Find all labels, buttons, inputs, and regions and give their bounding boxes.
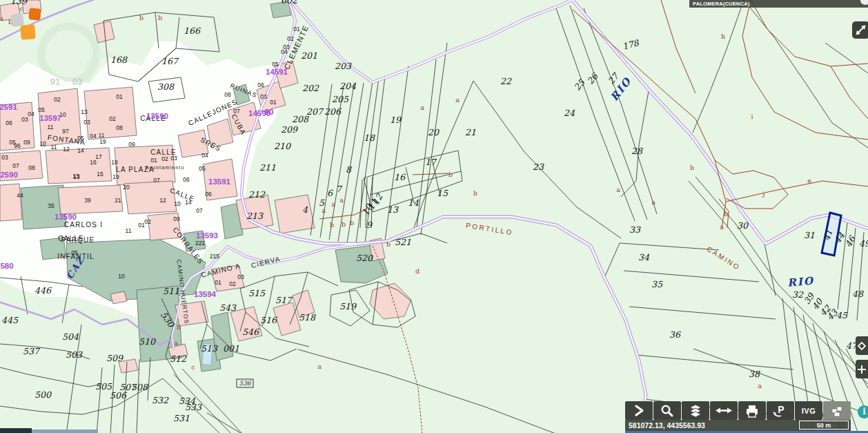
svg-text:j: j [762,190,765,198]
side-panel-button-bottom[interactable] [856,360,868,378]
svg-text:a: a [0,15,3,22]
svg-text:a: a [651,198,655,206]
svg-text:Ayuntamiento: Ayuntamiento [145,165,184,171]
svg-text:11: 11 [51,144,57,151]
info-label: i [862,407,866,416]
svg-text:213: 213 [246,211,264,221]
svg-text:a: a [758,382,762,389]
svg-text:04: 04 [28,110,34,117]
svg-text:34: 34 [638,252,650,262]
svg-text:520: 520 [356,253,373,263]
svg-text:14: 14 [77,147,84,154]
svg-text:08: 08 [28,164,35,171]
logo-square-orange [28,8,41,20]
expand-tools-button[interactable] [625,401,653,420]
svg-text:P: P [778,404,784,415]
svg-text:39: 39 [84,197,91,204]
svg-text:11: 11 [48,124,54,131]
svg-text:513: 513 [201,343,218,354]
svg-text:d: d [415,267,420,275]
svg-text:03: 03 [83,119,90,126]
horizontal-arrow-icon [710,401,738,420]
svg-text:06: 06 [6,119,12,126]
svg-text:b: b [350,219,354,227]
svg-text:203: 203 [335,61,352,71]
svg-text:206: 206 [324,106,342,117]
svg-text:209: 209 [281,124,298,135]
logo-square-amber [20,24,35,39]
svg-text:13597: 13597 [39,114,61,122]
svg-text:a: a [720,223,724,231]
svg-text:a: a [616,186,620,193]
svg-text:b: b [139,14,144,21]
svg-text:03: 03 [1,154,8,161]
svg-text:20: 20 [428,127,440,137]
svg-text:166: 166 [184,26,201,36]
point-info-button[interactable]: P [767,401,794,420]
svg-text:91: 91 [50,77,60,87]
measure-button[interactable] [710,401,738,420]
svg-text:07: 07 [196,207,203,214]
svg-text:205: 205 [332,94,349,104]
svg-text:02: 02 [161,155,168,162]
svg-text:09: 09 [23,139,30,146]
svg-text:14: 14 [408,198,420,208]
svg-text:211: 211 [259,162,276,173]
svg-text:b: b [473,189,477,197]
expand-button[interactable] [852,21,868,39]
scale-label: 50 m [817,422,831,429]
svg-text:b: b [342,220,346,228]
zoom-search-button[interactable] [653,401,681,420]
svg-text:03: 03 [260,93,267,100]
svg-text:13590: 13590 [146,112,168,120]
svg-text:b: b [386,240,391,248]
blocks-icon [823,401,851,420]
svg-text:07: 07 [12,162,19,169]
scale-bar: 50 m [799,421,849,430]
svg-text:a: a [331,200,335,208]
svg-text:c: c [191,363,195,371]
svg-text:13591: 13591 [208,177,231,186]
svg-text:05: 05 [199,165,206,172]
svg-text:9: 9 [366,220,373,230]
svg-text:06: 06 [183,176,190,183]
svg-text:18: 18 [111,159,118,166]
layers-button[interactable] [682,401,709,420]
svg-text:537: 537 [23,346,41,356]
expand-diagonal-icon [852,21,868,39]
svg-text:01: 01 [215,279,221,286]
ivg-button[interactable]: IVG [795,401,822,420]
svg-text:508: 508 [131,382,148,392]
svg-text:01: 01 [270,99,277,106]
svg-text:05: 05 [9,139,16,146]
svg-text:167: 167 [161,56,179,66]
3d-view-button[interactable] [823,401,851,420]
svg-text:308: 308 [157,81,175,92]
svg-text:519: 519 [339,301,357,311]
svg-text:207: 207 [306,106,324,117]
svg-text:a: a [322,206,326,214]
svg-text:44: 44 [17,192,23,199]
info-button[interactable]: i [858,405,868,418]
svg-text:15: 15 [437,188,448,198]
svg-text:b: b [158,14,162,21]
svg-text:48: 48 [852,289,864,299]
svg-text:02: 02 [144,218,151,225]
svg-text:22: 22 [500,76,512,86]
cadastral-map[interactable]: 1391661671683086022012022032042052062072… [0,0,868,433]
print-button[interactable] [738,401,766,420]
svg-text:b: b [690,164,694,171]
svg-text:13: 13 [73,173,80,180]
svg-text:08: 08 [224,91,231,98]
move-icon [856,364,867,375]
svg-text:10: 10 [39,140,46,147]
svg-text:536: 536 [239,380,251,387]
svg-text:35: 35 [651,279,663,289]
svg-text:e: e [807,177,811,184]
svg-text:28: 28 [631,146,643,156]
svg-text:20: 20 [123,184,130,191]
coordinates-readout: 581072.13, 4435563.93 [629,421,705,430]
svg-text:08: 08 [116,124,123,131]
svg-text:03: 03 [21,116,28,123]
side-panel-button-top[interactable] [856,336,868,355]
